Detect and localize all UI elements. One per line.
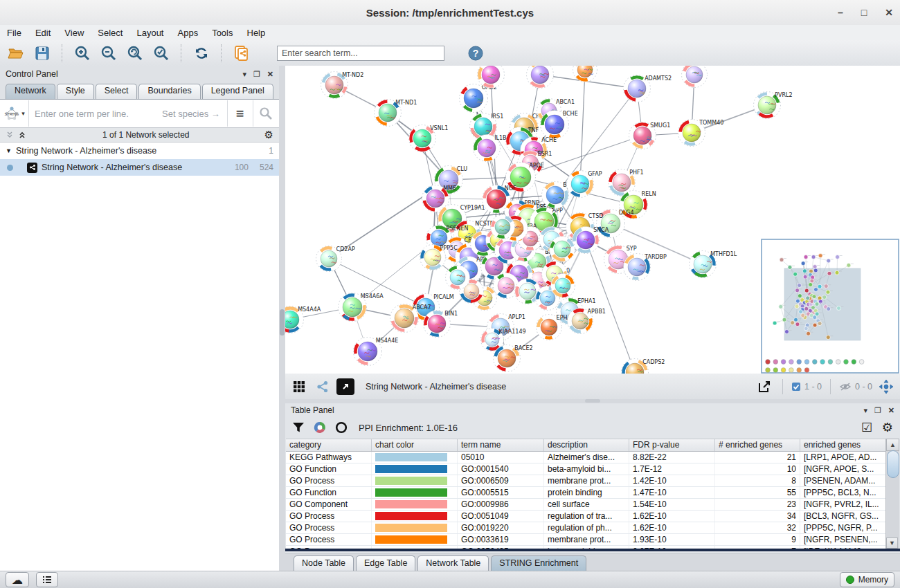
zoom-in-button[interactable] (72, 44, 93, 63)
open-in-string-button[interactable] (336, 378, 354, 395)
table-settings-gear-icon[interactable]: ⚙ (882, 420, 893, 435)
network-node-gfap[interactable]: GFAP (567, 171, 602, 198)
tab-network[interactable]: Network (6, 84, 55, 99)
network-node-gab2[interactable]: GAB2 (460, 84, 497, 113)
cloud-tasks-button[interactable]: ☁ (6, 572, 29, 587)
column-header-chart-color[interactable]: chart color (372, 439, 458, 451)
network-node[interactable] (491, 215, 515, 239)
network-node-ms4a4e[interactable]: MS4A4E (354, 338, 399, 366)
search-input[interactable] (277, 46, 444, 61)
network-canvas[interactable]: MT-ND2MT-ND1VSNL1GAB2IRS1CHATABCA1BCHETN… (285, 66, 900, 374)
table-row[interactable]: GO ProcessGO:0033619membrane prot...1.93… (286, 534, 887, 546)
column-header-category[interactable]: category (286, 439, 372, 451)
menu-help[interactable]: Help (247, 28, 266, 38)
scroll-down-arrow[interactable]: ▼ (886, 538, 898, 549)
grid-view-button[interactable] (289, 378, 309, 396)
tab-node-table[interactable]: Node Table (294, 555, 354, 571)
network-node[interactable] (446, 266, 470, 290)
tab-legend-panel[interactable]: Legend Panel (202, 84, 273, 99)
help-button[interactable]: ? (465, 44, 486, 63)
table-row[interactable]: GO ComponentGO:0009986cell surface1.54E-… (286, 499, 887, 511)
zoom-fit-button[interactable] (125, 44, 145, 63)
table-row[interactable]: GO FunctionGO:0001540beta-amyloid bi...1… (286, 463, 887, 475)
column-header-term-name[interactable]: term name (458, 439, 544, 451)
network-collection-row[interactable]: ▼ String Network - Alzheimer's disease 1 (0, 143, 279, 159)
network-node-apbb1[interactable]: APBB1 (568, 309, 606, 334)
collapse-all-icon[interactable] (6, 131, 15, 139)
column-header--enriched-genes[interactable]: # enriched genes (715, 439, 800, 451)
menu-file[interactable]: File (7, 28, 21, 38)
zoom-out-button[interactable] (98, 44, 119, 63)
menu-select[interactable]: Select (98, 28, 123, 38)
network-node-ms4a4a[interactable]: MS4A4A (285, 306, 321, 333)
float-panel-icon[interactable]: ▾ (863, 406, 867, 415)
table-panel-splitter-grip[interactable] (585, 399, 600, 403)
network-node-smug1[interactable]: SMUG1 (629, 122, 671, 149)
ring-chart-icon[interactable] (335, 421, 348, 434)
network-node[interactable] (527, 66, 554, 89)
tab-edge-table[interactable]: Edge Table (356, 555, 415, 571)
network-node-cd2ap[interactable]: CD2AP (316, 246, 355, 272)
menu-layout[interactable]: Layout (136, 28, 163, 38)
tab-boundaries[interactable]: Boundaries (138, 84, 200, 99)
minimize-button[interactable]: – (838, 7, 843, 18)
task-history-button[interactable] (36, 572, 58, 587)
import-network-button[interactable] (231, 44, 252, 63)
network-node-adamts2[interactable]: ADAMTS2 (624, 75, 672, 102)
pan-tool-button[interactable] (876, 378, 896, 396)
network-node-bin1[interactable]: BIN1 (424, 311, 458, 338)
network-options-gear-icon[interactable]: ⚙ (264, 129, 273, 141)
menu-tools[interactable]: Tools (212, 28, 233, 38)
network-node-il1b[interactable]: IL1B (474, 135, 507, 162)
close-panel-icon[interactable]: ✕ (267, 70, 273, 79)
scroll-up-arrow[interactable]: ▲ (886, 439, 899, 451)
network-node-pvrl2[interactable]: PVRL2 (754, 92, 793, 119)
undock-panel-icon[interactable]: ❐ (253, 70, 260, 79)
tab-style[interactable]: Style (57, 84, 94, 99)
save-session-button[interactable] (32, 44, 53, 63)
column-header-description[interactable]: description (544, 439, 629, 451)
share-view-button[interactable] (313, 378, 332, 396)
table-row[interactable]: GO ProcessGO:0051049regulation of tra...… (286, 511, 887, 522)
table-row[interactable]: KEGG Pathways05010Alzheimer's dise...8.8… (286, 452, 887, 463)
memory-button[interactable]: Memory (840, 572, 894, 587)
string-protein-query-dropdown[interactable]: STRING ▾ (0, 100, 29, 127)
network-node-mt-nd1[interactable]: MT-ND1 (375, 100, 417, 127)
set-species-link[interactable]: Set species → (162, 109, 227, 119)
network-node-bche[interactable]: BCHE (541, 111, 578, 139)
zoom-selected-button[interactable] (151, 44, 172, 63)
table-row[interactable]: GO ProcessGO:0019220regulation of ph...1… (286, 522, 887, 534)
column-header-enriched-genes[interactable]: enriched genes (800, 439, 887, 451)
menu-edit[interactable]: Edit (35, 28, 51, 38)
network-node-tomm40[interactable]: TOMM40 (678, 120, 724, 147)
network-node-cadps2[interactable]: CADPS2 (622, 359, 665, 374)
string-term-input[interactable] (29, 109, 162, 119)
network-node-mthfd1l[interactable]: MTHFD1L (690, 251, 737, 278)
string-options-button[interactable]: ≡ (227, 100, 253, 127)
tab-network-table[interactable]: Network Table (417, 555, 489, 571)
chart-color-donut-icon[interactable] (313, 421, 327, 434)
network-node-ms4a6a[interactable]: MS4A6A (339, 293, 384, 322)
network-node-vsnl1[interactable]: VSNL1 (409, 125, 449, 152)
scrollbar-thumb[interactable] (887, 450, 899, 478)
network-node[interactable] (550, 237, 575, 262)
filter-icon[interactable] (292, 421, 305, 434)
birdseye-panel[interactable] (762, 239, 899, 373)
tab-select[interactable]: Select (96, 84, 138, 99)
network-node-mt-nd2[interactable]: MT-ND2 (321, 72, 364, 99)
expand-all-icon[interactable] (18, 131, 28, 139)
menu-view[interactable]: View (64, 28, 84, 38)
float-panel-icon[interactable]: ▾ (242, 70, 246, 79)
select-columns-icon[interactable]: ☑ (861, 420, 872, 435)
undock-panel-icon[interactable]: ❐ (874, 406, 881, 415)
column-header-FDR-p-value[interactable]: FDR p-value (629, 439, 715, 451)
table-row[interactable]: GO ProcessGO:0006509membrane prot...1.42… (286, 475, 887, 487)
menu-apps[interactable]: Apps (178, 28, 199, 38)
network-node-tardbp[interactable]: TARDBP (624, 254, 667, 281)
table-row[interactable]: GO FunctionGO:0005515protein binding1.47… (286, 487, 887, 499)
open-session-button[interactable] (6, 44, 26, 63)
tree-expand-icon[interactable]: ▼ (6, 147, 12, 154)
network-row-selected[interactable]: String Network - Alzheimer's disease 100… (0, 159, 279, 176)
network-node[interactable] (551, 274, 575, 298)
table-vertical-scrollbar[interactable]: ▲ ▼ (885, 439, 899, 549)
